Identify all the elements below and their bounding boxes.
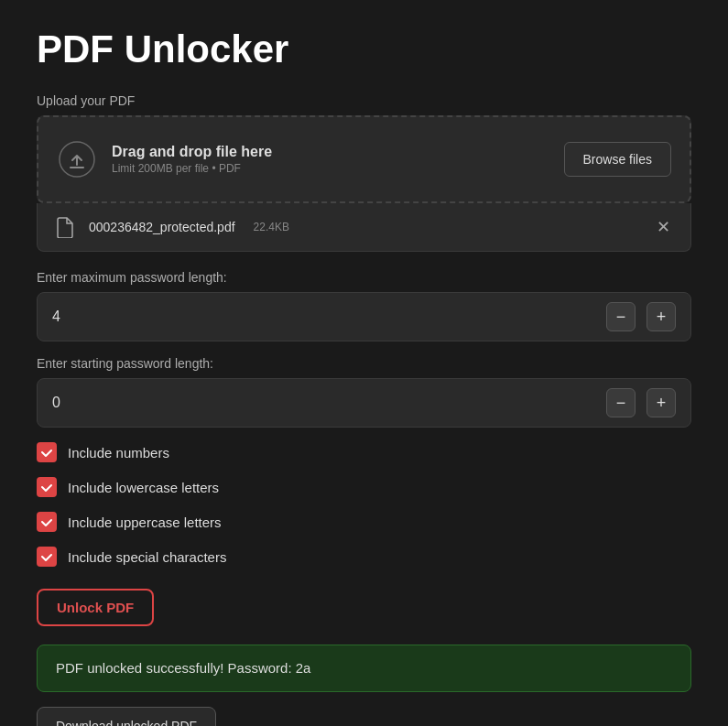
checkbox-special-box[interactable] [37,547,57,567]
file-size: 22.4KB [254,221,289,233]
unlock-pdf-button[interactable]: Unlock PDF [37,589,154,626]
checkbox-numbers-box[interactable] [37,442,57,462]
checkbox-uppercase-box[interactable] [37,512,57,532]
checkbox-uppercase[interactable]: Include uppercase letters [37,512,691,532]
drag-drop-text: Drag and drop file here [112,144,272,160]
max-password-decrement[interactable]: − [606,302,636,331]
start-password-section: Enter starting password length: 0 − + [37,356,691,428]
checkbox-lowercase[interactable]: Include lowercase letters [37,477,691,497]
max-password-input-row: 4 − + [37,292,691,341]
start-password-label: Enter starting password length: [37,356,691,371]
checkbox-uppercase-label: Include uppercase letters [68,515,222,530]
checkbox-special-label: Include special characters [68,549,226,565]
remove-file-button[interactable]: ✕ [650,214,676,240]
start-password-increment[interactable]: + [647,388,676,417]
start-password-decrement[interactable]: − [606,388,636,417]
max-password-value: 4 [52,309,60,325]
checkbox-numbers-label: Include numbers [68,445,169,461]
success-banner: PDF unlocked successfully! Password: 2a [37,645,691,692]
download-pdf-button[interactable]: Download unlocked PDF [37,707,216,726]
upload-dropzone[interactable]: Drag and drop file here Limit 200MB per … [37,115,691,203]
upload-icon [57,139,97,179]
checkboxes-section: Include numbers Include lowercase letter… [37,442,691,567]
file-limit-text: Limit 200MB per file • PDF [112,162,272,175]
checkbox-numbers[interactable]: Include numbers [37,442,691,462]
browse-files-button[interactable]: Browse files [564,142,671,177]
success-message: PDF unlocked successfully! Password: 2a [56,660,310,676]
checkbox-special[interactable]: Include special characters [37,547,691,567]
max-password-increment[interactable]: + [647,302,676,331]
max-password-section: Enter maximum password length: 4 − + [37,270,691,341]
file-item: 000236482_protected.pdf 22.4KB ✕ [37,203,691,252]
file-name: 000236482_protected.pdf [89,220,235,234]
checkbox-lowercase-box[interactable] [37,477,57,497]
upload-label: Upload your PDF [37,93,691,108]
start-password-input-row: 0 − + [37,378,691,428]
file-icon [52,214,78,240]
start-password-value: 0 [52,395,60,411]
page-title: PDF Unlocker [37,27,691,71]
checkbox-lowercase-label: Include lowercase letters [68,480,219,495]
max-password-label: Enter maximum password length: [37,270,691,285]
